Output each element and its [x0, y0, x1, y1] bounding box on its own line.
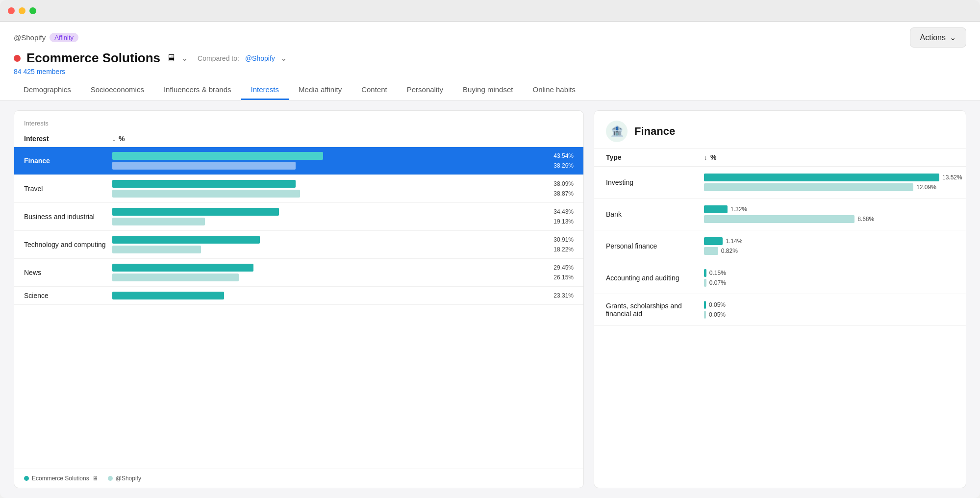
right-bar-value-primary: 0.05%: [709, 301, 731, 308]
right-bar-row-primary: 0.15%: [704, 269, 954, 277]
interests-panel: Interests Interest ↓ % Finance43.54%38.2…: [14, 110, 584, 488]
right-bar-fill-primary: [704, 237, 723, 245]
tab-media_affinity[interactable]: Media affinity: [289, 80, 352, 100]
type-label: Bank: [606, 210, 704, 218]
right-col-percent-header: ↓ %: [704, 153, 716, 161]
right-bar-row-secondary: 8.68%: [704, 215, 954, 223]
bar-fill-primary: [112, 152, 323, 160]
bar-value-primary: 38.09%: [552, 180, 574, 187]
main-content: Interests Interest ↓ % Finance43.54%38.2…: [0, 100, 980, 498]
tab-buying_mindset[interactable]: Buying mindset: [453, 80, 523, 100]
interest-row[interactable]: Travel38.09%38.87%: [14, 175, 583, 203]
right-bar-value-primary: 0.15%: [709, 270, 731, 276]
type-row[interactable]: Investing13.52%12.09%: [594, 167, 966, 199]
right-bar-value-secondary: 0.07%: [709, 279, 731, 286]
right-bar-row-secondary: 0.05%: [704, 311, 954, 319]
actions-label: Actions: [920, 33, 946, 42]
interest-row[interactable]: Technology and computing30.91%18.22%: [14, 231, 583, 259]
interest-row[interactable]: Science23.31%: [14, 287, 583, 305]
right-bars-container: 0.05%0.05%: [704, 301, 954, 319]
type-label: Grants, scholarships and financial aid: [606, 302, 704, 318]
right-bar-row-primary: 1.14%: [704, 237, 954, 245]
right-sort-icon[interactable]: ↓: [704, 153, 707, 161]
legend-secondary-label: @Shopify: [116, 475, 141, 482]
interest-label: News: [24, 269, 112, 276]
title-row: Ecommerce Solutions 🖥 ⌄ Compared to: @Sh…: [14, 50, 966, 66]
right-bar-value-primary: 1.14%: [726, 238, 748, 245]
finance-icon: 🏦: [606, 121, 628, 142]
bar-row-secondary: 18.22%: [112, 246, 574, 253]
bar-fill-secondary: [112, 162, 296, 170]
title-chevron-icon[interactable]: ⌄: [182, 54, 188, 62]
interest-row[interactable]: Finance43.54%38.26%: [14, 147, 583, 175]
bar-row-primary: 43.54%: [112, 152, 574, 160]
bar-value-secondary: 38.26%: [552, 162, 574, 169]
close-button[interactable]: [8, 7, 15, 14]
right-bar-fill-primary: [704, 269, 706, 277]
tab-demographics[interactable]: Demographics: [14, 80, 81, 100]
tab-personality[interactable]: Personality: [397, 80, 453, 100]
tab-interests[interactable]: Interests: [241, 80, 289, 100]
breadcrumb: @Shopify Affinity: [14, 33, 78, 42]
nav-tabs: DemographicsSocioeconomicsInfluencers & …: [14, 80, 966, 100]
legend-primary: Ecommerce Solutions 🖥: [24, 475, 98, 482]
members-count[interactable]: 84 425 members: [14, 68, 966, 75]
type-row[interactable]: Accounting and auditing0.15%0.07%: [594, 262, 966, 294]
bar-row-primary: 38.09%: [112, 180, 574, 188]
right-bar-value-secondary: 8.68%: [857, 216, 879, 223]
tab-socioeconomics[interactable]: Socioeconomics: [81, 80, 154, 100]
bar-fill-primary: [112, 292, 224, 299]
right-bar-value-primary: 13.52%: [942, 174, 964, 181]
affinity-badge: Affinity: [50, 33, 78, 42]
bar-fill-secondary: [112, 218, 205, 225]
bar-row-primary: 30.91%: [112, 236, 574, 244]
minimize-button[interactable]: [19, 7, 25, 14]
status-dot: [14, 55, 21, 62]
interest-label: Technology and computing: [24, 241, 112, 249]
right-bars-container: 13.52%12.09%: [704, 174, 964, 191]
right-bar-row-primary: 0.05%: [704, 301, 954, 309]
bars-container: 34.43%19.13%: [112, 208, 574, 225]
interest-row[interactable]: Business and industrial34.43%19.13%: [14, 203, 583, 231]
type-row[interactable]: Grants, scholarships and financial aid0.…: [594, 294, 966, 326]
interest-label: Finance: [24, 157, 112, 165]
interest-label: Science: [24, 292, 112, 299]
left-column-headers: Interest ↓ %: [14, 135, 583, 147]
right-bar-fill-secondary: [704, 183, 913, 191]
interest-row[interactable]: News29.45%26.15%: [14, 259, 583, 287]
actions-button[interactable]: Actions ⌄: [910, 27, 966, 48]
bars-container: 29.45%26.15%: [112, 264, 574, 281]
type-row[interactable]: Personal finance1.14%0.82%: [594, 230, 966, 262]
tab-influencers[interactable]: Influencers & brands: [154, 80, 241, 100]
bars-container: 38.09%38.87%: [112, 180, 574, 198]
bar-row-secondary: 38.26%: [112, 162, 574, 170]
right-column-headers: Type ↓ %: [594, 149, 966, 167]
monitor-legend-icon: 🖥: [92, 475, 98, 482]
breadcrumb-row: @Shopify Affinity Actions ⌄: [14, 27, 966, 48]
chevron-down-icon: ⌄: [950, 33, 956, 42]
app-window: @Shopify Affinity Actions ⌄ Ecommerce So…: [0, 0, 980, 498]
compared-chevron-icon[interactable]: ⌄: [281, 54, 287, 62]
compared-to-value[interactable]: @Shopify: [245, 54, 275, 62]
right-bar-row-secondary: 12.09%: [704, 183, 964, 191]
right-bars-container: 0.15%0.07%: [704, 269, 954, 287]
bar-row-primary: 23.31%: [112, 292, 574, 299]
bar-fill-secondary: [112, 190, 300, 198]
sort-icon[interactable]: ↓: [112, 135, 116, 143]
bar-value-secondary: 26.15%: [552, 274, 574, 281]
right-panel-header: 🏦 Finance: [594, 111, 966, 149]
type-label: Personal finance: [606, 242, 704, 250]
type-row[interactable]: Bank1.32%8.68%: [594, 199, 966, 230]
bar-row-secondary: 26.15%: [112, 274, 574, 281]
finance-title: Finance: [634, 125, 675, 138]
tab-online_habits[interactable]: Online habits: [523, 80, 585, 100]
right-bar-value-secondary: 0.82%: [721, 248, 743, 254]
tab-content[interactable]: Content: [352, 80, 397, 100]
maximize-button[interactable]: [29, 7, 36, 14]
left-section-title: Interests: [24, 120, 574, 127]
right-bar-row-primary: 1.32%: [704, 205, 954, 213]
right-bar-value-primary: 1.32%: [730, 206, 753, 213]
col-interest-header: Interest: [24, 135, 112, 143]
col-type-header: Type: [606, 153, 704, 161]
bar-fill-primary: [112, 180, 296, 188]
